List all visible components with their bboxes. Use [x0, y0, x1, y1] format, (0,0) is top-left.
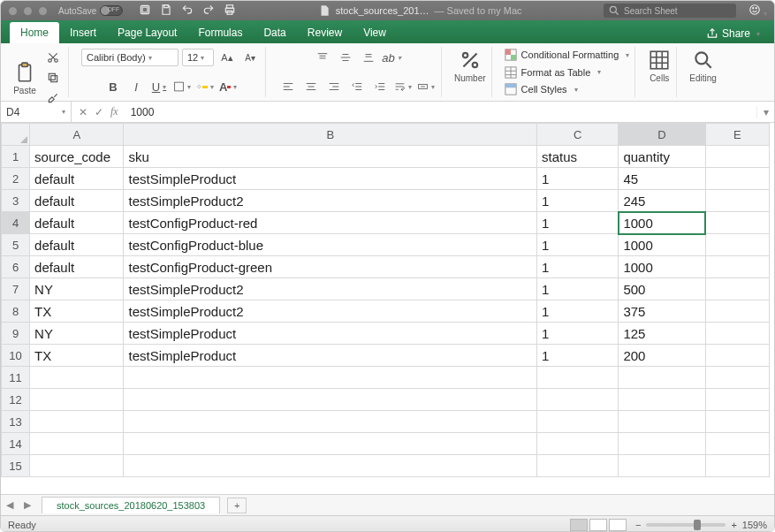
- align-bottom-button[interactable]: [359, 49, 378, 66]
- feedback-icon[interactable]: ▾: [748, 4, 767, 18]
- font-name-select[interactable]: Calibri (Body)▾: [81, 49, 179, 66]
- close-window-button[interactable]: [8, 6, 18, 16]
- cell-B12[interactable]: [124, 389, 537, 411]
- page-break-view-button[interactable]: [609, 519, 627, 531]
- col-header-C[interactable]: C: [537, 124, 619, 146]
- tab-page-layout[interactable]: Page Layout: [107, 22, 187, 43]
- tab-home[interactable]: Home: [10, 22, 59, 43]
- cell-A11[interactable]: [30, 367, 124, 389]
- cell-D14[interactable]: [619, 433, 705, 455]
- cell-C6[interactable]: 1: [537, 256, 619, 278]
- cell-styles-button[interactable]: Cell Styles▾: [505, 83, 578, 95]
- cell-C13[interactable]: [537, 411, 619, 433]
- cell-A2[interactable]: default: [30, 168, 124, 190]
- row-header-12[interactable]: 12: [2, 389, 30, 411]
- cut-button[interactable]: [43, 49, 63, 66]
- cell-C10[interactable]: 1: [537, 345, 619, 367]
- col-header-B[interactable]: B: [124, 124, 537, 146]
- cell-E6[interactable]: [705, 256, 769, 278]
- wrap-text-button[interactable]: ▾: [393, 78, 413, 95]
- cell-E10[interactable]: [705, 345, 769, 367]
- align-top-button[interactable]: [313, 49, 332, 66]
- cell-C15[interactable]: [537, 455, 619, 477]
- cell-B2[interactable]: testSimpleProduct: [124, 168, 537, 190]
- sheet-tab[interactable]: stock_sources_20180620_153803: [42, 497, 220, 513]
- cell-D9[interactable]: 125: [619, 323, 705, 345]
- row-header-14[interactable]: 14: [2, 433, 30, 455]
- row-header-5[interactable]: 5: [2, 234, 30, 256]
- borders-button[interactable]: ▾: [172, 78, 192, 95]
- cell-B8[interactable]: testSimpleProduct2: [124, 300, 537, 323]
- formula-input[interactable]: 1000: [125, 106, 756, 118]
- cancel-formula-button[interactable]: ✕: [79, 106, 87, 118]
- cell-B9[interactable]: testSimpleProduct: [124, 323, 537, 345]
- cell-B11[interactable]: [124, 367, 537, 389]
- cell-B5[interactable]: testConfigProduct-blue: [124, 234, 537, 256]
- cell-D7[interactable]: 500: [619, 278, 705, 300]
- align-center-button[interactable]: [301, 78, 321, 95]
- cell-D11[interactable]: [619, 367, 705, 389]
- cell-A9[interactable]: NY: [30, 323, 124, 345]
- cell-B7[interactable]: testSimpleProduct2: [124, 278, 537, 300]
- cell-C3[interactable]: 1: [537, 190, 619, 212]
- cell-D6[interactable]: 1000: [619, 256, 705, 278]
- cell-A8[interactable]: TX: [30, 300, 124, 323]
- cell-C12[interactable]: [537, 389, 619, 411]
- page-layout-view-button[interactable]: [589, 519, 607, 531]
- merge-button[interactable]: ▾: [416, 78, 436, 95]
- cell-C5[interactable]: 1: [537, 234, 619, 256]
- cell-D1[interactable]: quantity: [619, 146, 705, 168]
- save-icon[interactable]: [160, 4, 172, 18]
- font-color-button[interactable]: A▾: [218, 78, 238, 95]
- expand-formula-bar-button[interactable]: ▾: [756, 106, 774, 118]
- conditional-formatting-button[interactable]: Conditional Formatting▾: [505, 49, 630, 61]
- cell-E9[interactable]: [705, 323, 769, 345]
- redo-icon[interactable]: [202, 4, 215, 18]
- tab-review[interactable]: Review: [297, 22, 353, 43]
- cell-A14[interactable]: [30, 433, 124, 455]
- orientation-button[interactable]: ab▾: [382, 49, 401, 66]
- enter-formula-button[interactable]: ✓: [95, 106, 103, 118]
- cell-E12[interactable]: [705, 389, 769, 411]
- cell-C1[interactable]: status: [537, 146, 619, 168]
- cell-C14[interactable]: [537, 433, 619, 455]
- cell-A5[interactable]: default: [30, 234, 124, 256]
- zoom-in-button[interactable]: +: [731, 520, 736, 530]
- increase-indent-button[interactable]: [370, 78, 390, 95]
- cell-D10[interactable]: 200: [619, 345, 705, 367]
- cell-E4[interactable]: [705, 212, 769, 234]
- search-sheet-input[interactable]: Search Sheet: [604, 4, 736, 18]
- minimize-window-button[interactable]: [23, 6, 33, 16]
- cell-A4[interactable]: default: [30, 212, 124, 234]
- fill-color-button[interactable]: ▾: [195, 78, 215, 95]
- cell-E13[interactable]: [705, 411, 769, 433]
- editing-button[interactable]: Editing: [689, 49, 717, 83]
- cell-E3[interactable]: [705, 190, 769, 212]
- cell-B1[interactable]: sku: [124, 146, 537, 168]
- cell-C7[interactable]: 1: [537, 278, 619, 300]
- cell-E15[interactable]: [705, 455, 769, 477]
- align-middle-button[interactable]: [336, 49, 355, 66]
- col-header-A[interactable]: A: [30, 124, 124, 146]
- cell-C11[interactable]: [537, 367, 619, 389]
- format-as-table-button[interactable]: Format as Table▾: [505, 66, 602, 79]
- row-header-2[interactable]: 2: [2, 168, 30, 190]
- cell-C2[interactable]: 1: [537, 168, 619, 190]
- cell-E14[interactable]: [705, 433, 769, 455]
- number-format-button[interactable]: Number: [454, 49, 486, 83]
- print-icon[interactable]: [224, 4, 236, 18]
- cell-E8[interactable]: [705, 300, 769, 323]
- cell-B13[interactable]: [124, 411, 537, 433]
- zoom-out-button[interactable]: −: [635, 520, 641, 530]
- align-right-button[interactable]: [324, 78, 344, 95]
- cell-A3[interactable]: default: [30, 190, 124, 212]
- cell-C4[interactable]: 1: [537, 212, 619, 234]
- cell-D2[interactable]: 45: [619, 168, 705, 190]
- cell-B6[interactable]: testConfigProduct-green: [124, 256, 537, 278]
- align-left-button[interactable]: [278, 78, 298, 95]
- bold-button[interactable]: B: [103, 78, 123, 95]
- cell-B3[interactable]: testSimpleProduct2: [124, 190, 537, 212]
- row-header-8[interactable]: 8: [2, 300, 30, 323]
- cell-A7[interactable]: NY: [30, 278, 124, 300]
- cell-D3[interactable]: 245: [619, 190, 705, 212]
